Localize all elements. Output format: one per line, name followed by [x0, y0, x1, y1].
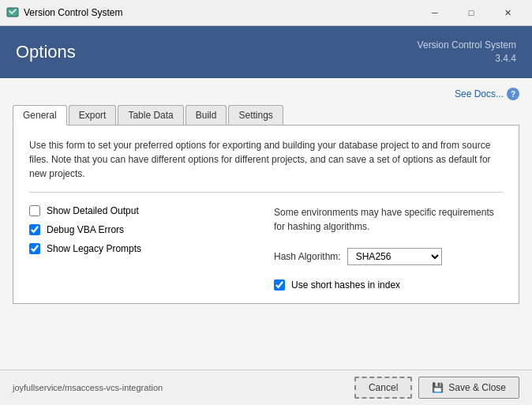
- debug-vba-errors-label: Debug VBA Errors: [47, 224, 124, 235]
- titlebar-controls: ─ □ ✕: [417, 0, 526, 26]
- show-detailed-output-checkbox[interactable]: [29, 205, 40, 216]
- tabs: General Export Table Data Build Settings: [13, 105, 519, 126]
- short-hash-row[interactable]: Use short hashes in index: [274, 279, 503, 291]
- short-hash-label: Use short hashes in index: [291, 279, 400, 291]
- docs-help-icon[interactable]: ?: [507, 88, 519, 100]
- options-grid: Show Detailed Output Debug VBA Errors Sh…: [29, 205, 503, 291]
- tab-export[interactable]: Export: [69, 105, 117, 125]
- tab-settings[interactable]: Settings: [228, 105, 283, 125]
- checkbox-debug-vba-errors[interactable]: Debug VBA Errors: [29, 224, 258, 235]
- footer: joyfullservice/msaccess-vcs-integration …: [0, 369, 532, 405]
- hash-row: Hash Algorithm: SHA256 MD5 SHA1 SHA512: [274, 248, 503, 265]
- docs-link[interactable]: See Docs...: [455, 88, 504, 99]
- debug-vba-errors-checkbox[interactable]: [29, 224, 40, 235]
- show-detailed-output-label: Show Detailed Output: [47, 205, 139, 216]
- tab-panel-general: Use this form to set your preferred opti…: [13, 126, 519, 304]
- hash-algorithm-select[interactable]: SHA256 MD5 SHA1 SHA512: [347, 248, 442, 265]
- cancel-button[interactable]: Cancel: [354, 377, 412, 399]
- header-version: Version Control System 3.4.4: [418, 39, 516, 66]
- titlebar: Version Control System ─ □ ✕: [0, 0, 532, 26]
- save-close-button[interactable]: 💾 Save & Close: [418, 377, 519, 399]
- close-button[interactable]: ✕: [489, 0, 526, 26]
- hash-description: Some environments may have specific requ…: [274, 205, 503, 234]
- titlebar-icon: [6, 6, 19, 19]
- minimize-button[interactable]: ─: [417, 0, 453, 26]
- checkbox-show-detailed-output[interactable]: Show Detailed Output: [29, 205, 258, 216]
- tab-general[interactable]: General: [13, 105, 67, 126]
- header: Options Version Control System 3.4.4: [0, 26, 532, 78]
- maximize-button[interactable]: □: [453, 0, 489, 26]
- tab-tabledata[interactable]: Table Data: [118, 105, 183, 125]
- content: See Docs... ? General Export Table Data …: [0, 78, 532, 369]
- titlebar-title: Version Control System: [24, 7, 417, 18]
- right-column: Some environments may have specific requ…: [274, 205, 503, 291]
- footer-path: joyfullservice/msaccess-vcs-integration: [13, 383, 163, 392]
- save-icon: 💾: [432, 382, 444, 393]
- save-label: Save & Close: [448, 382, 506, 393]
- short-hash-checkbox[interactable]: [274, 279, 285, 291]
- checkbox-show-legacy-prompts[interactable]: Show Legacy Prompts: [29, 243, 258, 254]
- description-text: Use this form to set your preferred opti…: [29, 138, 503, 193]
- show-legacy-prompts-label: Show Legacy Prompts: [47, 243, 141, 254]
- header-version-line2: 3.4.4: [418, 52, 516, 66]
- header-title: Options: [16, 42, 76, 62]
- tab-build[interactable]: Build: [185, 105, 227, 125]
- footer-buttons: Cancel 💾 Save & Close: [354, 377, 519, 399]
- header-version-line1: Version Control System: [418, 39, 516, 52]
- docs-link-row: See Docs... ?: [13, 88, 519, 100]
- left-column: Show Detailed Output Debug VBA Errors Sh…: [29, 205, 258, 291]
- show-legacy-prompts-checkbox[interactable]: [29, 243, 40, 254]
- hash-label: Hash Algorithm:: [274, 251, 341, 262]
